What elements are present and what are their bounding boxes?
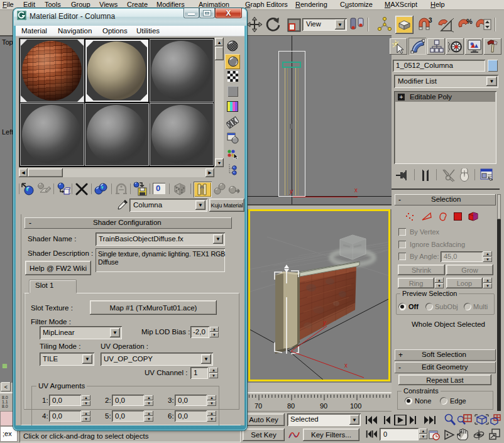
svg-text:70: 70 — [255, 402, 262, 410]
svg-text:x: x — [344, 362, 348, 369]
svg-text:y: y — [322, 319, 327, 326]
svg-text:100: 100 — [350, 402, 361, 410]
svg-text:90: 90 — [320, 402, 327, 410]
svg-text:80: 80 — [287, 402, 295, 410]
svg-text:3: 3 — [429, 17, 432, 24]
svg-text:%: % — [466, 18, 473, 25]
